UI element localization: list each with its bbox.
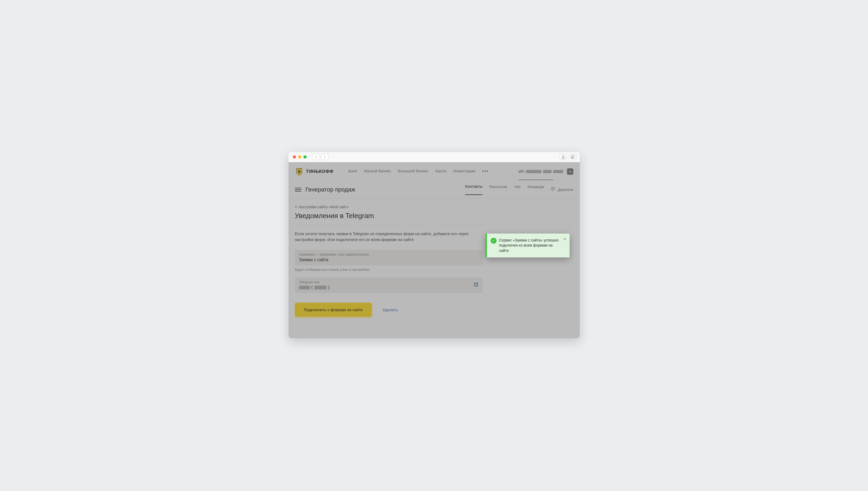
menu-burger-icon[interactable] bbox=[295, 186, 301, 193]
traffic-lights bbox=[293, 155, 307, 158]
tab-team[interactable]: Команда bbox=[528, 184, 544, 195]
close-window-button[interactable] bbox=[293, 155, 296, 158]
account-prefix: ИП bbox=[518, 169, 525, 174]
telegram-chat-label: Telegram-чат bbox=[299, 280, 478, 284]
nav-forward-button[interactable] bbox=[321, 154, 328, 160]
minimize-window-button[interactable] bbox=[298, 155, 301, 158]
dialogs-link[interactable]: Диалоги bbox=[551, 187, 573, 192]
toast-message: Сервис «Заявки с сайта» успешно подключе… bbox=[499, 238, 560, 254]
divider bbox=[295, 225, 573, 226]
subnav-title: Генератор продаж bbox=[305, 186, 355, 193]
nav-back-button[interactable] bbox=[312, 154, 320, 160]
delete-button[interactable]: Удалить bbox=[382, 308, 397, 312]
redacted-text bbox=[314, 286, 327, 289]
dialogs-label: Диалоги bbox=[558, 187, 573, 192]
breadcrumb[interactable]: Настройки сайта «Мой сайт» bbox=[295, 205, 573, 209]
topnav-link-bank[interactable]: Банк bbox=[348, 169, 357, 174]
redacted-text bbox=[299, 286, 310, 289]
name-field-value: Заявки с сайта bbox=[299, 257, 478, 262]
redacted-text bbox=[553, 170, 563, 173]
page-title: Уведомления в Telegram bbox=[295, 212, 573, 220]
topnav-link-big-biz[interactable]: Большой бизнес bbox=[398, 169, 428, 174]
topnav-link-invest[interactable]: Инвестиции bbox=[453, 169, 475, 174]
paren-open: ( bbox=[311, 285, 313, 290]
browser-window: ТИНЬКОФФ Банк Малый бизнес Большой бизне… bbox=[289, 152, 580, 338]
svg-rect-2 bbox=[551, 187, 555, 190]
brand[interactable]: ТИНЬКОФФ bbox=[295, 167, 334, 176]
redacted-text bbox=[526, 170, 541, 173]
tab-chat[interactable]: Чат bbox=[514, 184, 521, 195]
name-field-hint: Будет отображаться только у вас в настро… bbox=[295, 267, 573, 271]
maximize-window-button[interactable] bbox=[303, 155, 307, 158]
more-menu-icon[interactable]: ••• bbox=[482, 169, 489, 174]
share-icon[interactable] bbox=[560, 154, 567, 160]
brand-logo-icon bbox=[295, 167, 303, 176]
account-underline bbox=[518, 179, 553, 180]
paren-close: ) bbox=[328, 285, 329, 290]
titlebar bbox=[289, 152, 580, 162]
svg-rect-1 bbox=[298, 170, 300, 173]
tab-mailings[interactable]: Рассылки bbox=[489, 184, 507, 195]
name-field[interactable]: Название — например, «чат маркетологов» … bbox=[295, 250, 483, 265]
topnav-link-small-biz[interactable]: Малый бизнес bbox=[364, 169, 391, 174]
chat-icon bbox=[551, 187, 556, 192]
check-circle-icon: ✓ bbox=[491, 238, 497, 243]
top-nav: ТИНЬКОФФ Банк Малый бизнес Большой бизне… bbox=[289, 162, 580, 181]
svg-rect-0 bbox=[572, 155, 574, 158]
account-dropdown-button[interactable] bbox=[567, 168, 573, 175]
name-field-label: Название — например, «чат маркетологов» bbox=[299, 253, 478, 256]
telegram-chat-field[interactable]: Telegram-чат ( ) bbox=[295, 278, 483, 293]
redacted-text bbox=[543, 170, 551, 173]
external-link-icon[interactable] bbox=[474, 282, 478, 288]
chevron-left-icon bbox=[295, 205, 297, 209]
close-icon[interactable]: × bbox=[564, 237, 566, 241]
account-area[interactable]: ИП bbox=[518, 168, 573, 175]
success-toast: ✓ Сервис «Заявки с сайта» успешно подклю… bbox=[486, 234, 570, 258]
brand-text: ТИНЬКОФФ bbox=[306, 169, 334, 174]
page-description: Если хотите получать заявки в Telegram и… bbox=[295, 231, 486, 243]
sub-nav: Генератор продаж Контакты Рассылки Чат К… bbox=[289, 181, 580, 198]
topnav-link-kassa[interactable]: Касса bbox=[435, 169, 446, 174]
connect-forms-button[interactable]: Подключить к формам на сайте bbox=[295, 303, 372, 317]
tab-contacts[interactable]: Контакты bbox=[465, 184, 482, 195]
tabs-icon[interactable] bbox=[569, 154, 576, 160]
breadcrumb-text: Настройки сайта «Мой сайт» bbox=[299, 205, 349, 209]
